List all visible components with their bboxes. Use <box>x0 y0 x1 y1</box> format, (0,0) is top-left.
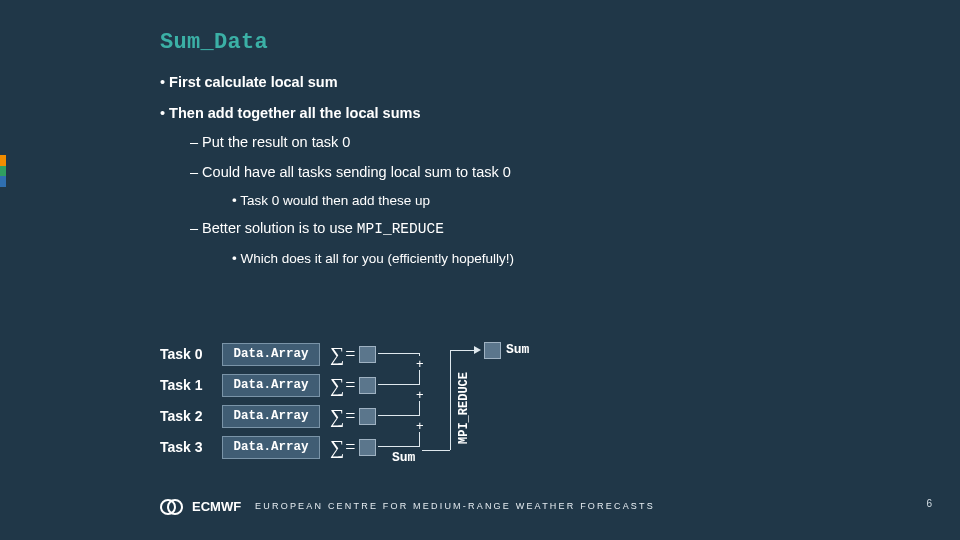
footer-tagline: EUROPEAN CENTRE FOR MEDIUM-RANGE WEATHER… <box>255 501 655 511</box>
equals-icon: = <box>345 406 355 427</box>
task-row-0: Task 0 Data.Array ∑= <box>160 340 376 368</box>
diagram: Task 0 Data.Array ∑= Task 1 Data.Array ∑… <box>160 340 376 464</box>
mpi-line <box>450 350 451 450</box>
local-sum-box <box>359 439 376 456</box>
equals-icon: = <box>345 375 355 396</box>
subbullet-3: Better solution is to use MPI_REDUCE <box>190 217 920 241</box>
connector-line <box>419 401 420 415</box>
final-sum-box <box>484 342 501 359</box>
connector-line <box>419 353 420 356</box>
connector-line <box>419 432 420 446</box>
sigma-icon: ∑ <box>330 374 344 397</box>
task-label: Task 3 <box>160 439 222 455</box>
accent-bar <box>0 155 6 187</box>
local-sum-box <box>359 377 376 394</box>
bullet-1: First calculate local sum <box>160 71 920 94</box>
sum-result-label: Sum <box>392 450 415 465</box>
local-sum-box <box>359 346 376 363</box>
task-label: Task 0 <box>160 346 222 362</box>
footer: ECMWF EUROPEAN CENTRE FOR MEDIUM-RANGE W… <box>160 498 655 514</box>
plus-icon: + <box>416 418 424 433</box>
bullet-2: Then add together all the local sums <box>160 102 920 125</box>
sigma-icon: ∑ <box>330 436 344 459</box>
connector-line <box>378 446 420 447</box>
final-sum-label: Sum <box>506 342 529 357</box>
connector-line <box>378 353 420 354</box>
task-label: Task 2 <box>160 408 222 424</box>
data-array-pill: Data.Array <box>222 374 320 397</box>
subbullet-2: Could have all tasks sending local sum t… <box>190 161 920 184</box>
connector-line <box>378 384 420 385</box>
subbullet-1: Put the result on task 0 <box>190 131 920 154</box>
connector-line <box>419 370 420 384</box>
connector-line <box>378 415 420 416</box>
footer-org: ECMWF <box>192 499 241 514</box>
arrow-right-icon <box>474 346 481 354</box>
subsubbullet-2: Which does it all for you (efficiently h… <box>232 248 920 270</box>
task-row-3: Task 3 Data.Array ∑= <box>160 433 376 461</box>
bullet-list: First calculate local sum Then add toget… <box>160 71 920 269</box>
ecmwf-logo-icon <box>160 498 184 514</box>
slide-body: Sum_Data First calculate local sum Then … <box>160 30 920 510</box>
plus-icon: + <box>416 356 424 371</box>
sigma-icon: ∑ <box>330 405 344 428</box>
title-text: Sum_Data <box>160 30 268 55</box>
data-array-pill: Data.Array <box>222 405 320 428</box>
data-array-pill: Data.Array <box>222 436 320 459</box>
equals-icon: = <box>345 344 355 365</box>
slide-title: Sum_Data <box>160 30 920 55</box>
mpi-reduce-label: MPI_REDUCE <box>457 372 471 444</box>
subbullet-3-code: MPI_REDUCE <box>357 221 444 237</box>
local-sum-box <box>359 408 376 425</box>
task-row-1: Task 1 Data.Array ∑= <box>160 371 376 399</box>
subbullet-3-text: Better solution is to use <box>202 220 357 236</box>
task-label: Task 1 <box>160 377 222 393</box>
data-array-pill: Data.Array <box>222 343 320 366</box>
subsubbullet-1: Task 0 would then add these up <box>232 190 920 212</box>
sigma-icon: ∑ <box>330 343 344 366</box>
equals-icon: = <box>345 437 355 458</box>
mpi-line <box>422 450 450 451</box>
plus-icon: + <box>416 387 424 402</box>
page-number: 6 <box>926 498 932 509</box>
mpi-line <box>450 350 476 351</box>
task-row-2: Task 2 Data.Array ∑= <box>160 402 376 430</box>
